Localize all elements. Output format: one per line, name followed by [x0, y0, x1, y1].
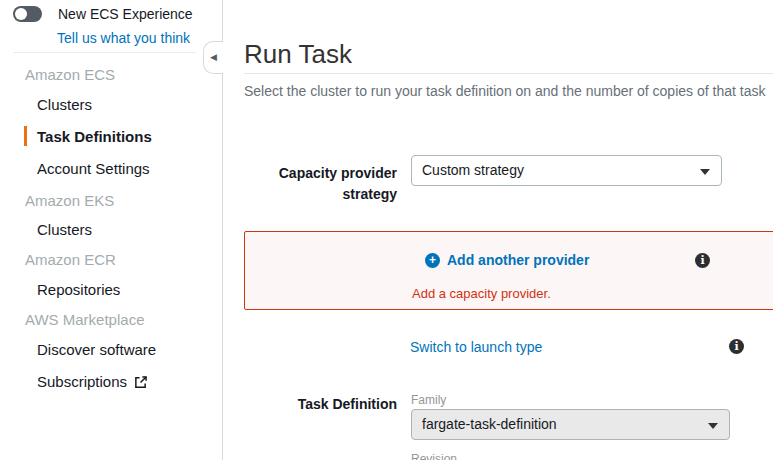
sidebar-item-label: Subscriptions: [37, 373, 127, 391]
sidebar-divider: [13, 52, 196, 53]
external-link-icon: [134, 376, 147, 389]
sidebar-item-discover-software[interactable]: Discover software: [0, 341, 222, 361]
revision-label: Revision: [411, 452, 457, 460]
sidebar-item-eks-clusters[interactable]: Clusters: [0, 221, 222, 241]
task-definition-label: Task Definition: [267, 394, 397, 415]
family-select-value: fargate-task-definition: [422, 416, 557, 432]
feedback-link[interactable]: Tell us what you think: [57, 30, 190, 46]
sidebar-item-ecs-clusters[interactable]: Clusters: [0, 96, 222, 116]
active-indicator-bar: [24, 126, 27, 146]
sidebar-header-aws-marketplace: AWS Marketplace: [0, 311, 222, 331]
ecs-run-task-page: New ECS Experience Tell us what you thin…: [0, 0, 773, 460]
sidebar-item-account-settings[interactable]: Account Settings: [0, 160, 222, 180]
sidebar-header-amazon-ecs: Amazon ECS: [0, 66, 222, 86]
family-select[interactable]: fargate-task-definition: [411, 409, 730, 440]
capacity-provider-strategy-select[interactable]: Custom strategy: [411, 155, 722, 186]
new-ecs-experience-label: New ECS Experience: [58, 6, 193, 22]
capacity-provider-error-panel: + Add another provider i Add a capacity …: [244, 231, 773, 310]
page-title: Run Task: [244, 38, 352, 70]
collapse-arrow-icon: ◀: [210, 53, 217, 62]
info-icon[interactable]: i: [729, 339, 744, 354]
chevron-down-icon: [700, 169, 710, 175]
sidebar-collapse-button[interactable]: ◀: [203, 41, 223, 74]
main-content: Run Task Select the cluster to run your …: [223, 0, 773, 460]
page-description: Select the cluster to run your task defi…: [244, 83, 773, 99]
family-label: Family: [411, 393, 446, 407]
sidebar-item-task-definitions[interactable]: Task Definitions: [0, 128, 222, 148]
switch-to-launch-type-link[interactable]: Switch to launch type: [410, 339, 542, 355]
sidebar-header-amazon-ecr: Amazon ECR: [0, 251, 222, 271]
info-icon[interactable]: i: [695, 253, 710, 268]
toggle-knob: [15, 8, 27, 20]
sidebar-item-subscriptions[interactable]: Subscriptions: [0, 372, 222, 392]
capacity-provider-strategy-label: Capacity provider strategy: [267, 163, 397, 205]
sidebar-item-label: Task Definitions: [37, 128, 152, 145]
sidebar-header-amazon-eks: Amazon EKS: [0, 192, 222, 212]
new-ecs-experience-row: New ECS Experience: [13, 6, 193, 22]
error-message: Add a capacity provider.: [412, 286, 551, 301]
sidebar: New ECS Experience Tell us what you thin…: [0, 0, 223, 460]
capacity-provider-strategy-value: Custom strategy: [422, 162, 524, 178]
title-divider: [244, 73, 773, 74]
add-another-provider-label: Add another provider: [447, 252, 589, 268]
sidebar-item-repositories[interactable]: Repositories: [0, 281, 222, 301]
plus-circle-icon: +: [425, 253, 440, 268]
chevron-down-icon: [708, 423, 718, 429]
new-ecs-experience-toggle[interactable]: [13, 6, 42, 22]
add-another-provider-button[interactable]: + Add another provider: [425, 252, 589, 268]
